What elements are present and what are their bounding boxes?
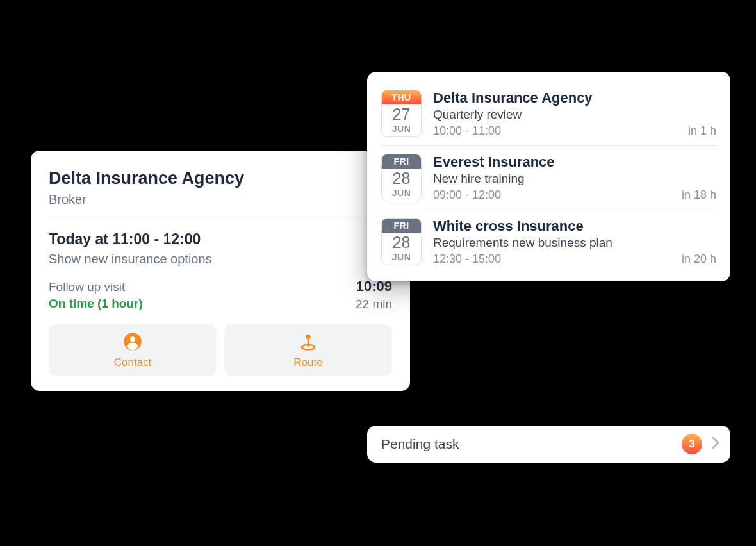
pending-count-badge: 3 xyxy=(682,434,702,454)
date-month: JUN xyxy=(392,252,411,262)
svg-point-4 xyxy=(306,335,311,340)
visit-detail-card: Delta Insurance Agency Broker Today at 1… xyxy=(31,151,410,391)
schedule-time-range: 09:00 - 12:00 xyxy=(433,188,501,202)
schedule-eta: in 1 h xyxy=(688,124,716,138)
date-chip: THU 27 JUN xyxy=(381,90,422,137)
duration-remaining: 22 min xyxy=(356,297,392,311)
company-name: Delta Insurance Agency xyxy=(49,169,392,188)
contact-icon xyxy=(123,332,142,354)
pending-task-row[interactable]: Pending task 3 xyxy=(367,426,730,463)
schedule-time-range: 12:30 - 15:00 xyxy=(433,252,501,266)
date-day: 28 xyxy=(393,234,411,252)
schedule-item[interactable]: FRI 28 JUN Everest Insurance New hire tr… xyxy=(381,145,716,210)
schedule-eta: in 18 h xyxy=(682,188,716,202)
schedule-title: Everest Insurance xyxy=(433,154,716,170)
route-label: Route xyxy=(293,356,322,369)
schedule-card: THU 27 JUN Delta Insurance Agency Quarte… xyxy=(367,72,730,281)
date-dow: THU xyxy=(382,90,421,104)
date-day: 27 xyxy=(393,106,411,124)
contact-button[interactable]: Contact xyxy=(49,324,217,376)
svg-point-1 xyxy=(130,336,136,342)
schedule-subject: Requirements new business plan xyxy=(433,236,716,250)
date-day: 28 xyxy=(393,170,411,188)
pending-label: Pending task xyxy=(381,436,673,452)
visit-status-row: Follow up visit On time (1 hour) 10:09 2… xyxy=(49,278,392,311)
schedule-item[interactable]: FRI 28 JUN White cross Insurance Require… xyxy=(381,210,716,274)
company-role: Broker xyxy=(49,192,392,219)
schedule-title: Delta Insurance Agency xyxy=(433,90,716,106)
date-month: JUN xyxy=(392,124,411,134)
visit-time: Today at 11:00 - 12:00 xyxy=(49,231,392,248)
schedule-item[interactable]: THU 27 JUN Delta Insurance Agency Quarte… xyxy=(381,82,716,145)
schedule-title: White cross Insurance xyxy=(433,218,716,235)
date-dow: FRI xyxy=(382,154,421,169)
date-dow: FRI xyxy=(382,219,421,233)
date-month: JUN xyxy=(392,188,411,198)
followup-label: Follow up visit xyxy=(49,280,143,294)
date-chip: FRI 28 JUN xyxy=(381,154,422,201)
date-chip: FRI 28 JUN xyxy=(381,218,422,265)
contact-label: Contact xyxy=(114,356,152,369)
action-row: Contact Route xyxy=(49,324,392,376)
schedule-eta: in 20 h xyxy=(682,252,716,266)
schedule-subject: New hire training xyxy=(433,172,716,186)
schedule-subject: Quarterly review xyxy=(433,108,716,122)
visit-subject: Show new insurance options xyxy=(49,252,392,267)
status-ontime: On time (1 hour) xyxy=(49,297,143,311)
schedule-time-range: 10:00 - 11:00 xyxy=(433,124,501,138)
route-button[interactable]: Route xyxy=(224,324,392,376)
chevron-right-icon xyxy=(711,436,720,452)
route-icon xyxy=(299,332,318,354)
